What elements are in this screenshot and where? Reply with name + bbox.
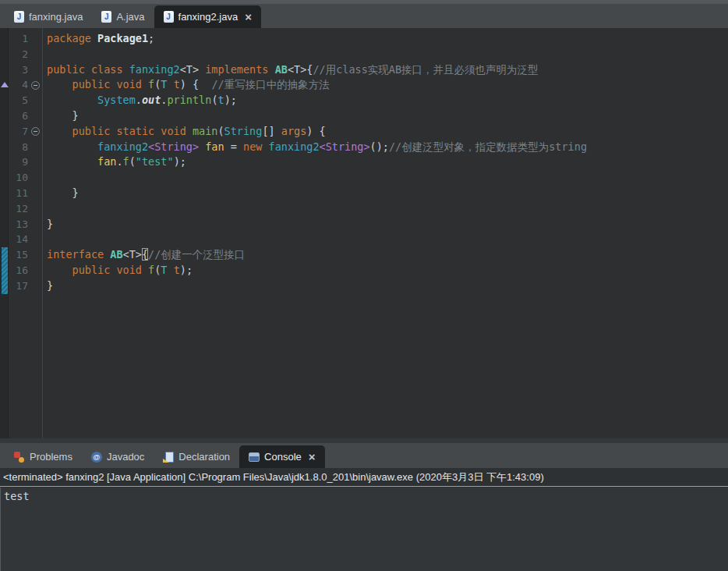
code-line: public static void main(String[] args) {	[47, 124, 728, 140]
console-icon	[249, 452, 260, 462]
javadoc-icon: @	[91, 452, 102, 463]
tab-javadoc[interactable]: @ Javadoc	[82, 445, 154, 468]
line-number: 12	[9, 201, 42, 217]
code-line	[47, 47, 728, 62]
line-number: 3	[9, 62, 42, 78]
tab-label: Problems	[30, 451, 72, 463]
line-number: 5	[9, 93, 42, 108]
annotation-marker-bar	[0, 28, 9, 438]
line-number: 17	[9, 278, 42, 294]
declaration-icon	[163, 452, 174, 463]
line-number: 1	[9, 31, 42, 47]
line-number: 15	[9, 247, 42, 263]
tab-declaration[interactable]: Declaration	[154, 445, 239, 468]
console-process-info: <terminated> fanxing2 [Java Application]…	[3, 471, 544, 483]
line-number: 9	[9, 154, 42, 170]
view-tab-bar: Problems @ Javadoc Declaration Console ×	[0, 443, 728, 468]
java-file-icon: J	[164, 11, 174, 23]
tab-label: Console	[264, 451, 302, 463]
code-line: interface AB<T>{//创建一个泛型接口	[47, 247, 728, 263]
line-number: 7	[9, 124, 42, 140]
tab-label: Javadoc	[107, 451, 144, 463]
tab-problems[interactable]: Problems	[5, 445, 82, 468]
code-area[interactable]: package Package1;public class fanxing2<T…	[43, 28, 728, 438]
eclipse-ide-window: J fanxing.java J A.java J fanxing2.java …	[0, 0, 728, 571]
editor-tab-a[interactable]: J A.java	[92, 5, 154, 28]
code-line: public class fanxing2<T> implements AB<T…	[47, 62, 728, 78]
line-number: 2	[9, 47, 42, 62]
code-line: public void f(T t);	[47, 263, 728, 278]
editor-tab-bar: J fanxing.java J A.java J fanxing2.java …	[0, 4, 728, 28]
quick-diff-change-bar	[2, 247, 8, 293]
console-title-bar: <terminated> fanxing2 [Java Application]…	[0, 468, 728, 487]
console-output-text: test	[1, 488, 728, 503]
code-line: package Package1;	[47, 31, 728, 47]
code-line: }	[47, 186, 728, 201]
line-number: 8	[9, 140, 42, 155]
line-number: 13	[9, 217, 42, 232]
line-number: 11	[9, 186, 42, 201]
line-number-gutter: 1234567891011121314151617	[9, 28, 43, 438]
fold-toggle-icon[interactable]	[31, 127, 40, 136]
code-line: public void f(T t) { //重写接口中的抽象方法	[47, 77, 728, 93]
tab-console[interactable]: Console ×	[239, 445, 324, 468]
problems-icon	[14, 452, 25, 463]
code-line: }	[47, 108, 728, 124]
code-editor[interactable]: 1234567891011121314151617 package Packag…	[0, 28, 728, 438]
code-line	[47, 201, 728, 217]
tab-label: Declaration	[178, 451, 230, 463]
line-number: 10	[9, 170, 42, 186]
tab-label: fanxing2.java	[178, 11, 239, 23]
tab-label: A.java	[116, 11, 144, 23]
fold-toggle-icon[interactable]	[31, 81, 40, 90]
code-line	[47, 232, 728, 247]
editor-tab-fanxing2[interactable]: J fanxing2.java ×	[154, 5, 261, 28]
code-line: fan.f("test");	[47, 154, 728, 170]
code-line: }	[47, 217, 728, 232]
line-number: 14	[9, 232, 42, 247]
code-line: System.out.println(t);	[47, 93, 728, 108]
occurrence-marker-icon	[1, 82, 9, 87]
code-line: }	[47, 278, 728, 294]
editor-tab-fanxing[interactable]: J fanxing.java	[5, 5, 92, 28]
close-tab-icon[interactable]: ×	[245, 11, 252, 23]
line-number: 4	[9, 77, 42, 93]
code-line: fanxing2<String> fan = new fanxing2<Stri…	[47, 140, 728, 155]
console-output-area[interactable]: test	[0, 488, 728, 571]
line-number: 16	[9, 263, 42, 278]
close-tab-icon[interactable]: ×	[309, 451, 316, 463]
java-file-icon: J	[101, 11, 111, 23]
tab-label: fanxing.java	[29, 11, 83, 23]
line-number: 6	[9, 108, 42, 124]
java-file-icon: J	[14, 11, 24, 23]
code-line	[47, 170, 728, 186]
